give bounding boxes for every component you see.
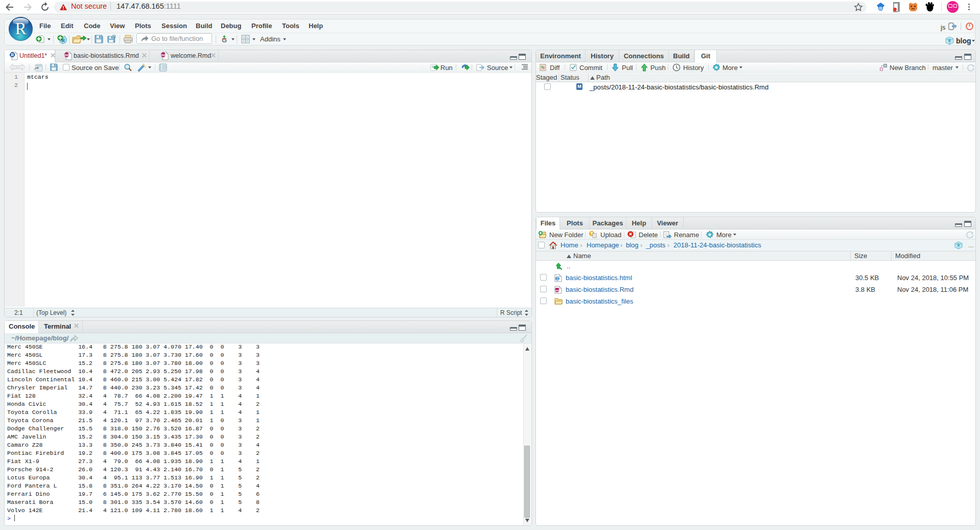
svg-text:R: R: [61, 38, 65, 43]
svg-text:R: R: [957, 243, 960, 247]
svg-text:md: md: [555, 289, 559, 292]
svg-text:md: md: [161, 53, 166, 57]
svg-text:R: R: [948, 38, 951, 43]
svg-text:md: md: [64, 53, 69, 57]
svg-text:R: R: [11, 52, 14, 57]
